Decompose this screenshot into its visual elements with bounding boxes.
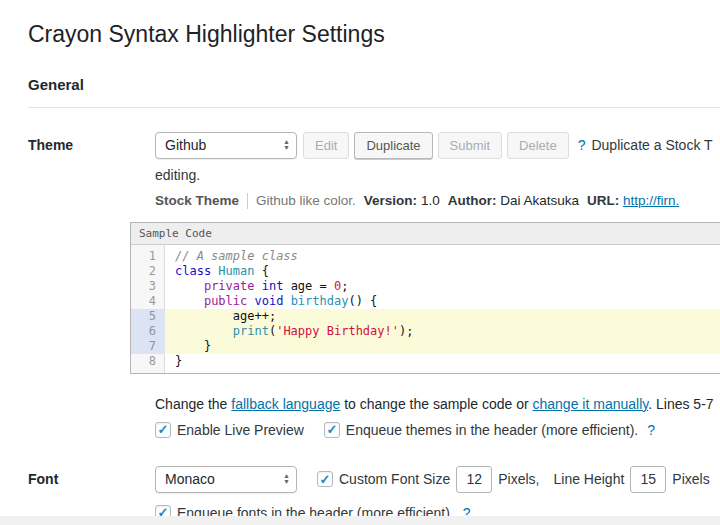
- theme-help-icon[interactable]: ?: [578, 137, 586, 153]
- version-label: Version:: [364, 193, 417, 208]
- code-line: 1// A sample class: [131, 249, 720, 264]
- custom-font-size-label: Custom Font Size: [339, 471, 450, 487]
- page-title: Crayon Syntax Highlighter Settings: [28, 20, 720, 50]
- section-heading-general: General: [28, 76, 720, 108]
- theme-select[interactable]: Github ▲▼: [155, 132, 297, 159]
- font-label: Font: [28, 466, 155, 521]
- code-line: 3 private int age = 0;: [131, 279, 720, 294]
- theme-url-link[interactable]: http://firn.: [623, 193, 679, 208]
- fallback-text: Change the fallback language to change t…: [155, 396, 720, 412]
- code-line: 7 }: [131, 339, 720, 354]
- stock-theme-label: Stock Theme: [155, 193, 239, 208]
- stock-theme-line: Stock Theme Github like color. Version: …: [155, 193, 720, 209]
- change-manually-link[interactable]: change it manually: [533, 396, 649, 412]
- fallback-post: . Lines 5-7: [648, 396, 713, 412]
- fallback-mid: to change the sample code or: [340, 396, 532, 412]
- code-text: public void birthday() {: [165, 294, 720, 309]
- theme-controls: Github ▲▼ EditDuplicateSubmitDelete ? Du…: [155, 132, 720, 159]
- custom-font-size-checkbox[interactable]: [317, 471, 333, 487]
- delete-button[interactable]: Delete: [507, 132, 569, 159]
- code-text: age++;: [165, 309, 720, 324]
- submit-button[interactable]: Submit: [438, 132, 502, 159]
- font-row: Font Monaco ▲▼ Custom Font Size Pixels, …: [28, 466, 720, 521]
- code-text: }: [165, 339, 720, 354]
- url-label: URL:: [587, 193, 619, 208]
- duplicate-button[interactable]: Duplicate: [354, 132, 432, 159]
- line-number: 7: [131, 339, 165, 354]
- line-number: 8: [131, 354, 165, 369]
- edit-button[interactable]: Edit: [303, 132, 349, 159]
- theme-desc-line1: Duplicate a Stock T: [591, 137, 712, 153]
- code-text: private int age = 0;: [165, 279, 720, 294]
- theme-row: Theme Github ▲▼ EditDuplicateSubmitDelet…: [28, 132, 720, 438]
- code-line: 5 age++;: [131, 309, 720, 324]
- code-line: 2class Human {: [131, 264, 720, 279]
- select-arrows-icon: ▲▼: [283, 139, 290, 151]
- line-height-input[interactable]: [630, 466, 666, 493]
- pixels-label: Pixels,: [498, 471, 539, 487]
- code-line: 4 public void birthday() {: [131, 294, 720, 309]
- preview-options-row: Enable Live Preview Enqueue themes in th…: [155, 422, 720, 438]
- live-preview-checkbox[interactable]: [155, 422, 171, 438]
- line-height-label: Line Height: [554, 471, 625, 487]
- code-line: 6 print('Happy Birthday!');: [131, 324, 720, 339]
- code-text: }: [165, 354, 720, 369]
- font-size-input[interactable]: [456, 466, 492, 493]
- line-number: 2: [131, 264, 165, 279]
- font-row-content: Monaco ▲▼ Custom Font Size Pixels, Line …: [155, 466, 720, 521]
- version-value: 1.0: [421, 193, 440, 208]
- code-text: print('Happy Birthday!');: [165, 324, 720, 339]
- vertical-divider: [247, 193, 248, 209]
- stock-theme-author: Author: Dai Akatsuka: [448, 193, 579, 208]
- fallback-pre: Change the: [155, 396, 231, 412]
- author-value: Dai Akatsuka: [500, 193, 579, 208]
- stock-theme-url: URL: http://firn.: [587, 193, 679, 208]
- code-line: 8}: [131, 354, 720, 369]
- code-text: class Human {: [165, 264, 720, 279]
- select-arrows-icon: ▲▼: [283, 473, 290, 485]
- font-select-value: Monaco: [165, 471, 215, 487]
- line-number: 6: [131, 324, 165, 339]
- settings-page: Crayon Syntax Highlighter Settings Gener…: [0, 0, 720, 521]
- sample-code-header: Sample Code: [131, 223, 720, 245]
- page-bottom-background: [0, 516, 720, 525]
- line-number: 5: [131, 309, 165, 324]
- pixels-label-2: Pixels: [672, 471, 709, 487]
- stock-theme-version: Version: 1.0: [364, 193, 440, 208]
- code-text: // A sample class: [165, 249, 720, 264]
- theme-buttons: EditDuplicateSubmitDelete: [303, 132, 569, 159]
- enqueue-themes-label: Enqueue themes in the header (more effic…: [346, 422, 638, 438]
- font-controls: Monaco ▲▼ Custom Font Size Pixels, Line …: [155, 466, 720, 493]
- fallback-language-link[interactable]: fallback language: [231, 396, 340, 412]
- theme-desc-line2: editing.: [155, 167, 720, 183]
- live-preview-label: Enable Live Preview: [177, 422, 304, 438]
- sample-code-panel: Sample Code 1// A sample class2class Hum…: [130, 222, 720, 374]
- font-select[interactable]: Monaco ▲▼: [155, 466, 297, 493]
- sample-code-lines: 1// A sample class2class Human {3 privat…: [131, 245, 720, 373]
- enqueue-themes-checkbox[interactable]: [324, 422, 340, 438]
- author-label: Author:: [448, 193, 497, 208]
- theme-select-value: Github: [165, 137, 206, 153]
- enqueue-themes-help-icon[interactable]: ?: [647, 422, 655, 438]
- line-number: 4: [131, 294, 165, 309]
- theme-row-content: Github ▲▼ EditDuplicateSubmitDelete ? Du…: [155, 132, 720, 438]
- line-number: 3: [131, 279, 165, 294]
- stock-theme-desc: Github like color.: [256, 193, 356, 208]
- line-number: 1: [131, 249, 165, 264]
